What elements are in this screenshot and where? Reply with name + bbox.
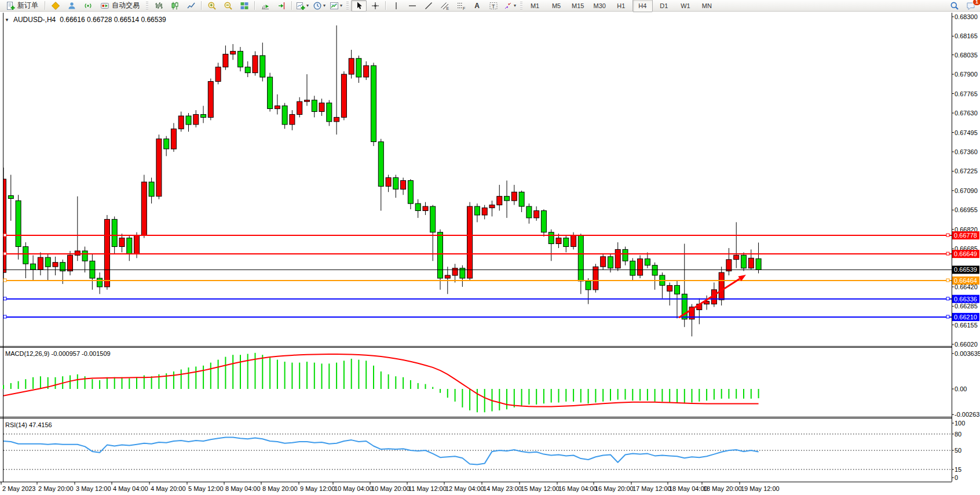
chevron-down-icon: ▾: [306, 3, 309, 8]
channel-tool-button[interactable]: E: [437, 0, 452, 12]
cursor-tool-button[interactable]: [351, 0, 367, 12]
toolbar-separator: [45, 1, 45, 10]
crosshair-tool-button[interactable]: [367, 0, 383, 12]
community-button[interactable]: [64, 0, 79, 12]
svg-text:0.66336: 0.66336: [954, 296, 977, 303]
line-chart-button[interactable]: [183, 0, 199, 12]
fibonacci-tool-button[interactable]: F: [453, 0, 469, 12]
toolbar: 新订单 自动交易: [0, 0, 980, 12]
chart-shift-icon: [277, 1, 286, 10]
toolbar-grip: [346, 2, 349, 9]
notification-badge: 1: [972, 0, 980, 6]
trendline-tool-button[interactable]: [420, 0, 436, 12]
candle-chart-button[interactable]: [167, 0, 182, 12]
time-axis: 2 May 20232 May 20:003 May 12:004 May 04…: [1, 482, 780, 492]
chart-window[interactable]: 0.683000.681650.680350.679000.677650.676…: [0, 12, 980, 495]
chevron-down-icon: ▾: [514, 3, 516, 8]
crosshair-icon: [371, 1, 380, 10]
rsi-label: RSI(14) 47.4156: [5, 421, 52, 428]
svg-text:16 May 20:00: 16 May 20:00: [595, 485, 634, 492]
auto-scroll-icon: [261, 1, 270, 10]
zoom-in-button[interactable]: [204, 0, 220, 12]
chart-shift-button[interactable]: [273, 0, 289, 12]
arrows-icon: [503, 1, 513, 10]
bar-chart-icon: [154, 1, 163, 10]
macd-pane: 0.0036350.00-0.00263: [3, 350, 980, 418]
svg-text:0.67495: 0.67495: [955, 129, 978, 136]
toolbar-separator: [201, 1, 202, 10]
toolbar-grip: [146, 2, 148, 9]
svg-text:0.67765: 0.67765: [955, 90, 978, 97]
tile-windows-icon: [240, 1, 249, 10]
svg-text:0.67225: 0.67225: [955, 168, 978, 174]
svg-text:14 May 23:00: 14 May 23:00: [483, 485, 522, 492]
svg-text:4 May 20:00: 4 May 20:00: [151, 485, 186, 492]
hlines-layer[interactable]: [3, 234, 952, 318]
chart-collapse-icon[interactable]: ▼: [5, 17, 9, 23]
svg-text:10 May 04:00: 10 May 04:00: [334, 485, 373, 492]
svg-text:0: 0: [955, 474, 958, 481]
timeframe-mn[interactable]: MN: [697, 0, 717, 12]
templates-button[interactable]: ▾: [328, 0, 344, 12]
tile-windows-button[interactable]: [236, 0, 252, 12]
svg-text:-0.00263: -0.00263: [955, 411, 979, 418]
equidistant-channel-icon: E: [440, 1, 449, 10]
svg-text:18 May 20:00: 18 May 20:00: [703, 485, 742, 492]
toolbar-grip: [520, 2, 522, 9]
vertical-line-tool-button[interactable]: [388, 0, 404, 12]
svg-text:100: 100: [955, 420, 965, 427]
svg-text:2 May 20:00: 2 May 20:00: [38, 485, 74, 492]
svg-text:0.66539: 0.66539: [954, 266, 977, 273]
indicators-button[interactable]: ▾: [294, 0, 310, 12]
text-tool-button[interactable]: A: [469, 0, 485, 12]
templates-icon: [330, 1, 339, 10]
periods-button[interactable]: ▾: [311, 0, 327, 12]
auto-trading-label: 自动交易: [112, 1, 140, 10]
zoom-out-button[interactable]: [220, 0, 236, 12]
ohlc-values: 0.66616 0.66728 0.66514 0.66539: [60, 16, 166, 24]
svg-text:0.68165: 0.68165: [955, 32, 978, 39]
timeframe-h4[interactable]: H4: [632, 0, 653, 12]
svg-text:9 May 12:00: 9 May 12:00: [300, 485, 335, 492]
timeframe-m30[interactable]: M30: [589, 0, 609, 12]
metaeditor-button[interactable]: [47, 0, 63, 12]
timeframe-m15[interactable]: M15: [568, 0, 588, 12]
svg-text:0.66020: 0.66020: [955, 341, 978, 348]
chart-title: ▼ AUDUSD-,H4 0.66616 0.66728 0.66514 0.6…: [5, 16, 166, 24]
timeframe-h1[interactable]: H1: [611, 0, 631, 12]
notifications-button[interactable]: 1: [963, 0, 978, 12]
bar-chart-button[interactable]: [151, 0, 166, 12]
clock-icon: [313, 1, 322, 10]
search-button[interactable]: [946, 0, 962, 12]
new-order-button[interactable]: 新订单: [2, 0, 42, 12]
svg-text:16 May 04:00: 16 May 04:00: [558, 485, 597, 492]
horizontal-line-tool-button[interactable]: [404, 0, 420, 12]
timeframe-d1[interactable]: D1: [654, 0, 674, 12]
fibonacci-icon: F: [456, 1, 466, 10]
svg-text:11 May 12:00: 11 May 12:00: [408, 485, 447, 492]
trend-arrow[interactable]: [679, 275, 746, 318]
svg-text:5 May 12:00: 5 May 12:00: [188, 485, 224, 492]
svg-text:0.68035: 0.68035: [955, 52, 978, 59]
timeframe-m1[interactable]: M1: [525, 0, 545, 12]
community-icon: [67, 1, 76, 10]
pane-borders: [0, 13, 952, 482]
arrows-tool-button[interactable]: ▾: [502, 0, 518, 12]
svg-text:0.68300: 0.68300: [955, 13, 978, 20]
svg-text:0.66649: 0.66649: [954, 250, 977, 257]
timeframe-m5[interactable]: M5: [546, 0, 566, 12]
rsi-pane: 1008050150: [3, 420, 965, 481]
text-label-tool-button[interactable]: T: [485, 0, 501, 12]
text-label-icon: T: [489, 1, 498, 10]
svg-text:0.66155: 0.66155: [955, 322, 978, 329]
candle-chart-icon: [170, 1, 180, 10]
new-order-label: 新订单: [17, 1, 38, 10]
timeframe-w1[interactable]: W1: [675, 0, 696, 12]
auto-trading-button[interactable]: 自动交易: [96, 0, 144, 12]
line-chart-icon: [187, 1, 196, 10]
chart-canvas[interactable]: 0.683000.681650.680350.679000.677650.676…: [0, 12, 980, 495]
auto-scroll-button[interactable]: [257, 0, 273, 12]
svg-text:0.67090: 0.67090: [955, 187, 978, 194]
svg-text:0.67900: 0.67900: [955, 71, 978, 78]
signals-button[interactable]: [80, 0, 96, 12]
